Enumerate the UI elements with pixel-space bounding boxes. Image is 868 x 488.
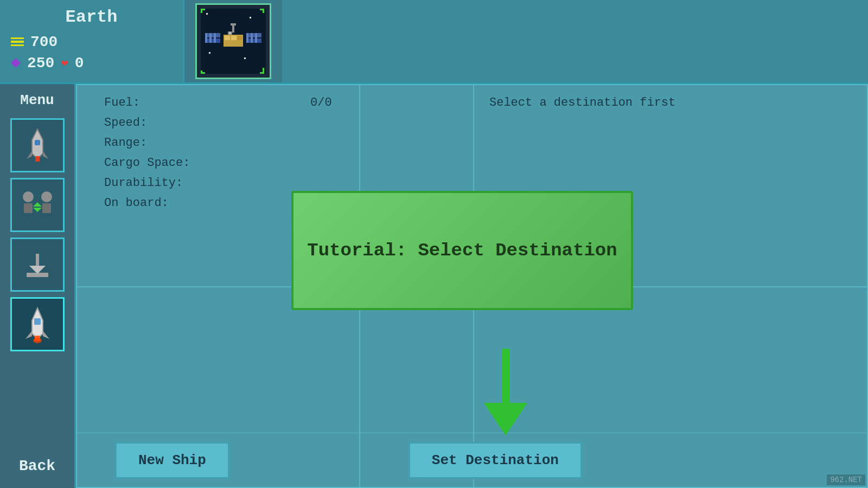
- main-layout: Menu: [0, 84, 868, 488]
- svg-rect-13: [231, 36, 237, 40]
- transfer-icon: [18, 186, 56, 224]
- satellite-area: [184, 0, 282, 82]
- bottom-bar: New Ship Set Destination: [77, 433, 867, 487]
- menu-label: Menu: [20, 92, 54, 108]
- sidebar-btn-transfer[interactable]: [10, 178, 65, 232]
- svg-rect-6: [205, 33, 220, 37]
- svg-rect-1: [206, 13, 208, 15]
- content-area: Fuel: Speed: Range: Cargo Space: Durabil…: [76, 84, 868, 488]
- svg-rect-4: [209, 52, 210, 54]
- svg-marker-45: [29, 266, 46, 274]
- svg-marker-33: [27, 151, 32, 159]
- fuel-display-value: 0/0: [310, 96, 332, 110]
- svg-rect-38: [24, 203, 33, 213]
- launch-icon: [18, 305, 56, 343]
- fuel-icon: [11, 37, 24, 46]
- range-label: Range:: [104, 136, 190, 150]
- svg-rect-16: [229, 32, 231, 34]
- svg-point-37: [23, 191, 34, 202]
- svg-marker-34: [43, 151, 48, 159]
- download-icon: [18, 246, 56, 284]
- svg-rect-29: [201, 72, 205, 74]
- onboard-label: On board:: [104, 196, 190, 210]
- svg-rect-40: [42, 203, 51, 213]
- svg-rect-23: [231, 23, 236, 25]
- tutorial-popup: Tutorial: Select Destination: [291, 191, 633, 310]
- sidebar-btn-rocket[interactable]: [10, 118, 65, 172]
- crystal-row: 250 ❤️ 0: [11, 55, 172, 72]
- destination-hint: Select a destination first: [489, 96, 675, 110]
- header-left: Earth 700 250 ❤️ 0: [0, 0, 184, 82]
- svg-rect-22: [232, 25, 234, 33]
- heart-icon: ❤️: [61, 56, 68, 70]
- sidebar-btn-download[interactable]: [10, 237, 65, 292]
- fuel-label: Fuel:: [104, 96, 190, 110]
- svg-rect-17: [246, 33, 261, 37]
- svg-rect-12: [225, 36, 230, 40]
- fuel-row: 700: [11, 34, 172, 50]
- green-arrow: [484, 349, 527, 435]
- header: Earth 700 250 ❤️ 0: [0, 0, 868, 84]
- svg-rect-36: [35, 156, 40, 162]
- svg-rect-19: [246, 33, 248, 43]
- sidebar-btn-launch[interactable]: [10, 297, 65, 351]
- header-right: [282, 0, 868, 82]
- svg-rect-18: [246, 38, 261, 43]
- satellite-box: [195, 3, 271, 79]
- set-destination-button[interactable]: Set Destination: [409, 442, 582, 479]
- fuel-value: 700: [30, 34, 58, 50]
- svg-rect-31: [263, 68, 264, 72]
- svg-marker-48: [43, 331, 49, 339]
- svg-rect-14: [238, 36, 242, 40]
- arrow-head: [484, 403, 527, 435]
- svg-rect-49: [34, 318, 41, 325]
- health-value: 0: [75, 55, 84, 72]
- svg-marker-42: [33, 208, 42, 212]
- svg-rect-2: [250, 17, 251, 18]
- svg-marker-47: [25, 331, 32, 339]
- ship-stats: Fuel: Speed: Range: Cargo Space: Durabil…: [104, 96, 190, 216]
- svg-rect-35: [35, 140, 40, 145]
- svg-rect-5: [244, 57, 246, 59]
- svg-rect-30: [260, 72, 264, 74]
- svg-rect-27: [263, 9, 264, 13]
- speed-label: Speed:: [104, 116, 190, 130]
- back-button[interactable]: Back: [14, 452, 61, 480]
- sidebar: Menu: [0, 84, 76, 488]
- svg-rect-8: [205, 33, 207, 43]
- svg-rect-9: [209, 33, 212, 43]
- satellite-icon: [201, 9, 266, 74]
- watermark: 962.NET: [827, 474, 865, 485]
- location-title: Earth: [11, 7, 172, 27]
- svg-rect-21: [255, 33, 257, 43]
- crystal-value: 250: [27, 55, 54, 72]
- svg-rect-10: [214, 33, 216, 43]
- svg-rect-20: [251, 33, 253, 43]
- arrow-shaft: [502, 349, 509, 403]
- rocket-icon: [18, 126, 56, 164]
- tutorial-text: Tutorial: Select Destination: [307, 240, 617, 261]
- svg-point-39: [41, 191, 52, 202]
- crystal-icon: [11, 58, 21, 68]
- svg-marker-41: [33, 202, 42, 207]
- svg-rect-7: [205, 38, 220, 43]
- svg-point-51: [33, 338, 42, 343]
- new-ship-button[interactable]: New Ship: [115, 442, 229, 479]
- cargo-label: Cargo Space:: [104, 156, 190, 170]
- durability-label: Durability:: [104, 176, 190, 190]
- svg-rect-25: [201, 9, 202, 13]
